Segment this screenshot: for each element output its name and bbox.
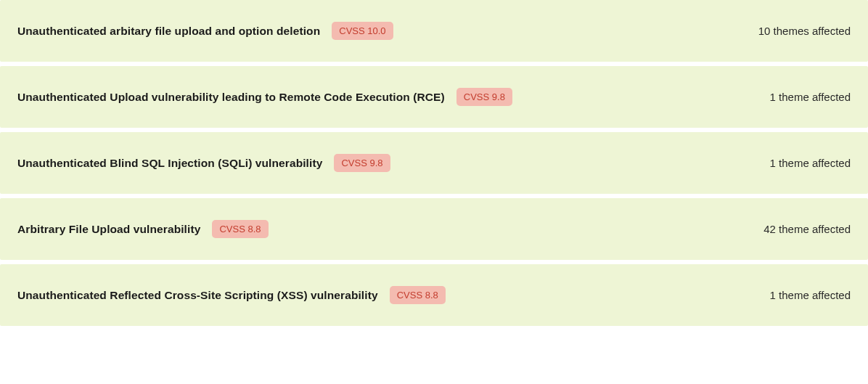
vulnerability-title: Unauthenticated arbitary file upload and… (17, 25, 320, 38)
vulnerability-left: Unauthenticated arbitary file upload and… (17, 22, 393, 40)
affected-count: 1 theme affected (770, 91, 851, 103)
cvss-badge: CVSS 8.8 (390, 286, 446, 304)
vulnerability-left: Unauthenticated Upload vulnerability lea… (17, 88, 512, 106)
vulnerability-row[interactable]: Arbitrary File Upload vulnerability CVSS… (0, 198, 868, 260)
vulnerability-left: Arbitrary File Upload vulnerability CVSS… (17, 220, 269, 238)
affected-count: 1 theme affected (770, 289, 851, 301)
cvss-badge: CVSS 8.8 (212, 220, 268, 238)
vulnerability-left: Unauthenticated Blind SQL Injection (SQL… (17, 154, 390, 172)
affected-count: 10 themes affected (758, 25, 851, 37)
vulnerability-row[interactable]: Unauthenticated arbitary file upload and… (0, 0, 868, 62)
vulnerability-row[interactable]: Unauthenticated Upload vulnerability lea… (0, 66, 868, 128)
vulnerability-title: Unauthenticated Blind SQL Injection (SQL… (17, 157, 322, 170)
affected-count: 1 theme affected (770, 157, 851, 169)
vulnerability-row[interactable]: Unauthenticated Reflected Cross-Site Scr… (0, 264, 868, 326)
vulnerability-list: Unauthenticated arbitary file upload and… (0, 0, 868, 326)
vulnerability-row[interactable]: Unauthenticated Blind SQL Injection (SQL… (0, 132, 868, 194)
cvss-badge: CVSS 9.8 (456, 88, 512, 106)
vulnerability-left: Unauthenticated Reflected Cross-Site Scr… (17, 286, 446, 304)
vulnerability-title: Unauthenticated Reflected Cross-Site Scr… (17, 289, 378, 302)
cvss-badge: CVSS 10.0 (332, 22, 393, 40)
vulnerability-title: Arbitrary File Upload vulnerability (17, 223, 200, 236)
affected-count: 42 theme affected (763, 223, 851, 235)
cvss-badge: CVSS 9.8 (334, 154, 390, 172)
vulnerability-title: Unauthenticated Upload vulnerability lea… (17, 91, 445, 104)
